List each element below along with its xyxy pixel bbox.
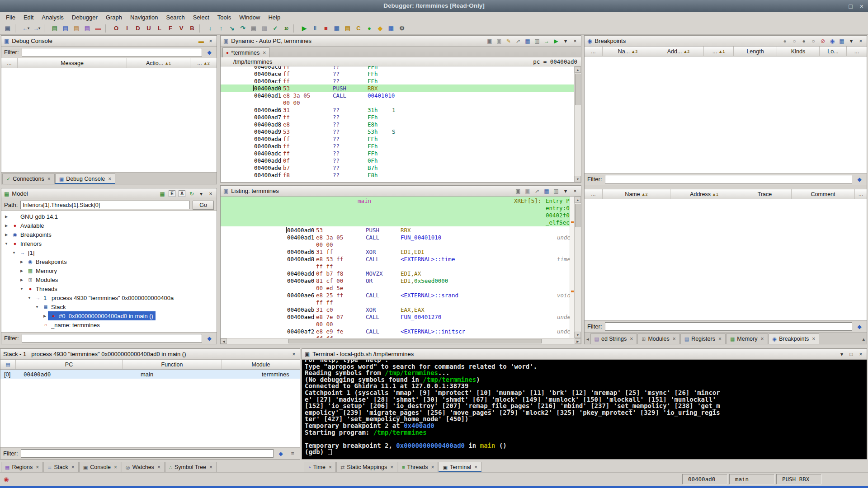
path-input[interactable]: Inferiors[1].Threads[1].Stack[0]: [20, 201, 190, 209]
menu-graph[interactable]: Graph: [102, 13, 126, 22]
debug-console-filter-input[interactable]: [22, 48, 203, 56]
tab-ed-strings[interactable]: ▤ed Strings×: [590, 333, 637, 344]
edit-bytes-icon[interactable]: ✎: [505, 38, 512, 44]
horizontal-scrollbar[interactable]: ◀ ▶: [221, 338, 581, 344]
tab-termmines[interactable]: ● *termmines ×: [222, 47, 269, 57]
column-header-name[interactable]: Name▲2: [603, 189, 670, 199]
column-header-icon[interactable]: ...: [855, 189, 867, 199]
close-tab-icon[interactable]: ×: [263, 50, 266, 56]
breakpoint-locations-body[interactable]: [585, 56, 867, 173]
clone-icon[interactable]: ▣: [524, 188, 531, 194]
tree-node-0-0x0000000000400ad0-in-main[interactable]: ▶●#0 0x0000000000400ad0 in main (): [1, 311, 217, 320]
model-header[interactable]: ▦ Model ▦EA↻▾×: [1, 188, 217, 199]
listing-row[interactable]: 00400add0f b7 f8MOVZXEDI,AX: [221, 270, 570, 277]
column-header-pc[interactable]: PC: [16, 360, 123, 369]
marker-b-icon[interactable]: B: [187, 23, 197, 33]
filter-options-icon[interactable]: ◆: [855, 322, 864, 331]
tab-watches[interactable]: ◎Watches×: [122, 462, 165, 472]
enable-breakpoint-icon[interactable]: ●: [801, 38, 807, 44]
scroll-up-icon[interactable]: ▲: [575, 66, 581, 73]
marker-l-icon[interactable]: L: [155, 23, 165, 33]
chevron-collapsed-icon[interactable]: ▶: [3, 215, 9, 219]
capture-icon[interactable]: ▥: [534, 38, 540, 44]
back-icon[interactable]: ←▾: [21, 23, 31, 33]
column-header-trace[interactable]: Trace: [738, 189, 792, 199]
table-view-icon[interactable]: ▦: [159, 191, 165, 197]
logical-breakpoints-filter-input[interactable]: [605, 322, 853, 331]
save-icon[interactable]: ▣: [3, 23, 13, 33]
disassembly-row[interactable]: 00400adff8??F8h: [221, 171, 574, 178]
panel-menu-icon[interactable]: ▾: [848, 38, 854, 44]
listing-row[interactable]: ff ff: [221, 263, 570, 270]
column-header-length[interactable]: Length: [734, 47, 777, 56]
disassembly-row[interactable]: 00400aceff??FFh: [221, 70, 574, 77]
close-icon[interactable]: ×: [208, 191, 214, 197]
select-icon[interactable]: ↗: [534, 188, 540, 194]
tab-symbol-tree[interactable]: ∴Symbol Tree×: [165, 462, 217, 472]
close-tab-icon[interactable]: ×: [114, 464, 117, 470]
menu-navigation[interactable]: Navigation: [126, 13, 162, 22]
listing-row[interactable]: ff ff: [221, 299, 570, 306]
terminal-header[interactable]: ▣ Terminal - local-gdb.sh /tmp/termmines…: [302, 349, 867, 360]
filter-options-icon[interactable]: ◆: [276, 449, 285, 458]
panel-menu-icon[interactable]: ▾: [562, 38, 569, 44]
tree-node-gnu-gdb-14-1[interactable]: ▶GNU gdb 14.1: [1, 212, 217, 221]
disassembly-row[interactable]: 00400adaff??FFh: [221, 135, 574, 142]
marker-i-icon[interactable]: I: [122, 23, 132, 33]
column-header-icon[interactable]: ...▲2: [190, 58, 217, 68]
vertical-scrollbar[interactable]: ▲ ▼: [574, 197, 581, 338]
chevron-expanded-icon[interactable]: ▼: [19, 287, 25, 291]
chevron-collapsed-icon[interactable]: ▶: [19, 278, 25, 282]
column-header-comment[interactable]: Comment: [792, 189, 855, 199]
column-header-lo[interactable]: Lo...: [820, 47, 847, 56]
clear-console-icon[interactable]: ▬: [198, 38, 204, 44]
enable-all-breakpoints-icon[interactable]: ●: [782, 38, 788, 44]
window-titlebar[interactable]: Debugger: /termmines [Read-Only] – □ ×: [0, 0, 868, 12]
disable-breakpoint-icon[interactable]: ○: [810, 38, 816, 44]
menu-search[interactable]: Search: [162, 13, 189, 22]
chevron-collapsed-icon[interactable]: ▶: [19, 269, 25, 273]
menu-debugger[interactable]: Debugger: [68, 13, 102, 22]
logical-breakpoints-body[interactable]: [585, 199, 867, 320]
close-tab-icon[interactable]: ×: [36, 464, 39, 470]
terminal-body[interactable]: For help, type "help".Type "apropos word…: [302, 360, 867, 459]
column-header-icon[interactable]: ...: [847, 47, 867, 56]
close-tab-icon[interactable]: ×: [474, 464, 477, 470]
expand-all-icon[interactable]: E: [169, 190, 175, 197]
disassembly-row[interactable]: 00400adeb7??B7h: [221, 164, 574, 171]
scrollbar-thumb[interactable]: [575, 204, 580, 227]
step-down-icon[interactable]: ↓: [205, 23, 215, 33]
debug-console-header[interactable]: ▣ Debug Console ▬×: [1, 36, 217, 47]
chevron-expanded-icon[interactable]: ▼: [3, 242, 9, 246]
close-icon[interactable]: ×: [291, 351, 297, 357]
close-tab-icon[interactable]: ×: [108, 176, 111, 182]
tree-node-threads[interactable]: ▼●Threads: [1, 284, 217, 293]
listing-row[interactable]: 00400af2e8 e9 feCALL<EXTERNAL>::initscru…: [221, 328, 570, 335]
scroll-tabs-more-icon[interactable]: ▴: [861, 334, 866, 344]
maximize-button[interactable]: □: [849, 3, 852, 10]
disassembly-row[interactable]: 00400ad953??53hS: [221, 128, 574, 135]
tab-console[interactable]: ▣Console×: [79, 462, 121, 472]
tab-stack[interactable]: ≣Stack×: [43, 462, 79, 472]
terminal-cursor[interactable]: [328, 449, 332, 455]
maximize-icon[interactable]: □: [848, 351, 854, 357]
marker-u-icon[interactable]: U: [144, 23, 154, 33]
column-header-na[interactable]: Na...▲3: [603, 47, 653, 56]
disassembly-row[interactable]: 00400ad053PUSHRBX: [221, 84, 574, 92]
chevron-collapsed-icon[interactable]: ▶: [19, 260, 25, 264]
scrollbar-thumb[interactable]: [288, 339, 542, 343]
clear-breakpoints-icon[interactable]: ⊘: [820, 38, 826, 44]
close-tab-icon[interactable]: ×: [812, 336, 815, 342]
tree-node-1-process-4930-termmines-0x000[interactable]: ▼→1 process 4930 "termmines" 0x000000000…: [1, 293, 217, 302]
listing-row[interactable]: 00 ed 5e: [221, 284, 570, 291]
step-into-icon[interactable]: ↘: [227, 23, 237, 33]
tab-modules[interactable]: ⊞Modules×: [637, 333, 679, 344]
scroll-up-icon[interactable]: ▲: [575, 197, 581, 203]
menu-help[interactable]: Help: [264, 13, 284, 22]
tree-node-memory[interactable]: ▶▦Memory: [1, 266, 217, 275]
menu-analysis[interactable]: Analysis: [38, 13, 67, 22]
tab-registers[interactable]: ▤Registers×: [680, 333, 726, 344]
marker-d-icon[interactable]: D: [133, 23, 143, 33]
column-header-icon[interactable]: ...: [585, 47, 603, 56]
close-icon[interactable]: ×: [858, 38, 864, 44]
